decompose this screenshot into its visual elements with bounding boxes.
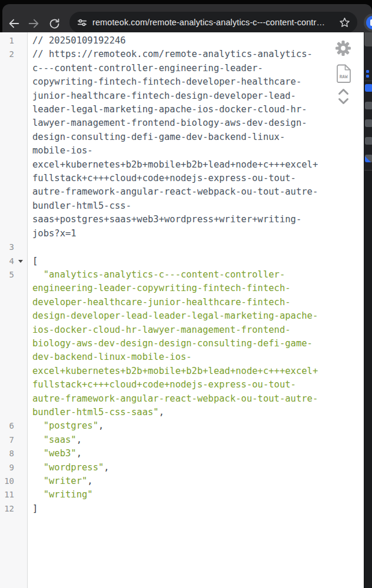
json-viewer-page: 1// 202501091922462// https://remoteok.c…: [0, 32, 364, 588]
background-tab-favicon-icon[interactable]: [365, 102, 372, 109]
toolbar-surface: remoteok.com/remote-analytics-analytics-…: [2, 4, 372, 32]
background-window-body: [364, 171, 372, 588]
svg-text:RAW: RAW: [339, 74, 347, 79]
gutter-cell: [14, 48, 27, 53]
address-bar[interactable]: remoteok.com/remote-analytics-analytics-…: [69, 12, 357, 33]
gutter-cell: [14, 255, 27, 263]
gutter-cell: [14, 433, 27, 439]
forward-arrow-icon: [27, 17, 40, 30]
forward-button[interactable]: [27, 17, 40, 30]
gear-icon: [335, 40, 351, 56]
background-tab-favicon-icon[interactable]: [365, 155, 372, 162]
avatar-badge-icon: [366, 16, 372, 29]
code-line: 11 "writing": [0, 488, 321, 502]
line-number: 12: [0, 502, 14, 516]
code-text: // https://remoteok.com/remote-analytics…: [32, 48, 321, 240]
code-text: "analytics-analytics-c---content-control…: [32, 268, 321, 419]
code-text: "writing": [32, 488, 321, 502]
line-number: 9: [0, 461, 14, 475]
pinned-favicon-fragment-icon[interactable]: [366, 70, 369, 79]
line-number: 5: [0, 268, 14, 282]
gutter-cell: [14, 240, 27, 246]
code-line: 10 "writer",: [0, 475, 321, 488]
code-text: ]: [32, 502, 321, 516]
line-number: 4: [0, 255, 14, 268]
divider: [364, 170, 372, 171]
background-tab-favicon-icon[interactable]: [365, 137, 372, 145]
code-text: "saas",: [32, 433, 321, 447]
background-window-sliver: [364, 32, 372, 588]
url-text: remoteok.com/remote-analytics-analytics-…: [92, 18, 338, 27]
gutter-cell: [14, 419, 27, 425]
background-tab-favicon-icon[interactable]: [365, 84, 372, 92]
viewer-controls: RAW: [334, 40, 352, 105]
divider: [364, 81, 372, 81]
reload-button[interactable]: [48, 17, 61, 30]
site-settings-icon[interactable]: [76, 16, 88, 29]
collapse-all-button[interactable]: [334, 88, 352, 96]
gutter-cell: [14, 461, 27, 466]
gutter-cell: [14, 488, 27, 493]
viewer-options-button[interactable]: [334, 40, 352, 56]
code-line: 9 "wordpress",: [0, 461, 321, 475]
code-text: "writer",: [32, 475, 321, 488]
line-number: 2: [0, 48, 14, 61]
code-text: // 20250109192246: [32, 34, 321, 48]
view-raw-button[interactable]: RAW: [334, 64, 352, 83]
back-arrow-icon: [8, 17, 21, 30]
background-tab-favicon-icon[interactable]: [365, 119, 372, 127]
reload-icon: [48, 18, 61, 30]
raw-document-icon: RAW: [336, 64, 351, 83]
expand-all-button[interactable]: [334, 97, 352, 105]
browser-toolbar: remoteok.com/remote-analytics-analytics-…: [0, 0, 372, 32]
back-button[interactable]: [8, 17, 21, 30]
bookmark-star-icon[interactable]: [338, 16, 351, 29]
collapse-triangle-icon[interactable]: [18, 260, 23, 263]
chevron-down-icon: [337, 97, 350, 105]
code-line: 8 "web3",: [0, 447, 321, 460]
background-window-toolbar-edge: [364, 32, 372, 46]
code-line: 4[: [0, 255, 321, 268]
line-number: 8: [0, 447, 14, 460]
code-area: 1// 202501091922462// https://remoteok.c…: [0, 34, 321, 516]
gutter-cell: [14, 34, 27, 39]
code-text: [: [32, 255, 321, 268]
code-line: 3: [0, 240, 321, 254]
line-number: 10: [0, 475, 14, 488]
code-text: "web3",: [32, 447, 321, 460]
code-text: "wordpress",: [32, 461, 321, 475]
code-line: 2// https://remoteok.com/remote-analytic…: [0, 48, 321, 240]
code-line: 5 "analytics-analytics-c---content-contr…: [0, 268, 321, 419]
code-line: 1// 20250109192246: [0, 34, 321, 48]
code-line: 7 "saas",: [0, 433, 321, 447]
gutter-cell: [14, 502, 27, 507]
code-line: 6 "postgres",: [0, 419, 321, 433]
chevron-up-icon: [337, 88, 350, 96]
gutter-cell: [14, 447, 27, 452]
gutter-cell: [14, 475, 27, 480]
code-text: "postgres",: [32, 419, 321, 433]
line-number: 3: [0, 240, 14, 254]
line-number: 6: [0, 419, 14, 433]
line-number: 1: [0, 34, 14, 48]
profile-avatar[interactable]: [364, 14, 372, 32]
code-line: 12]: [0, 502, 321, 516]
line-number: 11: [0, 488, 14, 502]
line-number: 7: [0, 433, 14, 447]
gutter-cell: [14, 268, 27, 273]
